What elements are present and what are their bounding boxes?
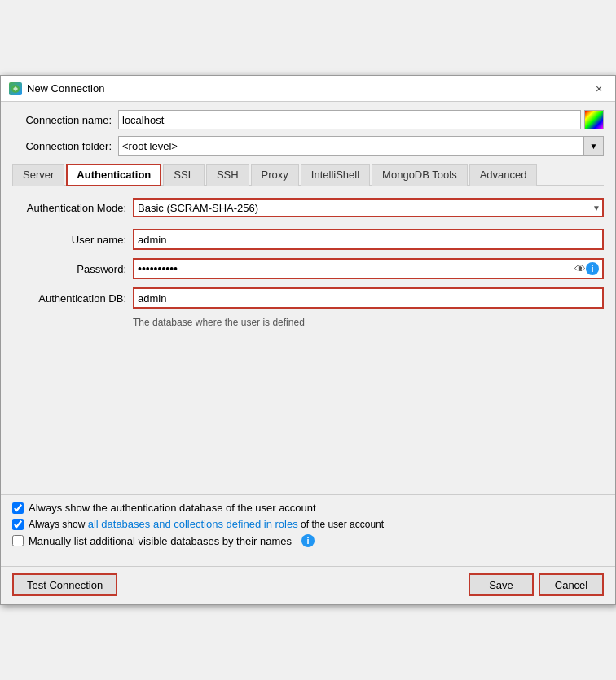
username-label: User name: bbox=[12, 234, 133, 246]
checkbox-label-1: Always show the authentication database … bbox=[29, 502, 316, 514]
tab-advanced[interactable]: Advanced bbox=[469, 164, 538, 186]
connection-folder-label: Connection folder: bbox=[12, 140, 118, 152]
authdb-input-wrapper bbox=[133, 287, 604, 309]
tab-server[interactable]: Server bbox=[12, 164, 64, 186]
title-bar: New Connection × bbox=[1, 76, 615, 102]
auth-mode-select[interactable]: Basic (SCRAM-SHA-256) bbox=[133, 198, 604, 217]
checkbox-row-2: Always show all databases and collection… bbox=[12, 518, 604, 530]
authentication-panel: Authentication Mode: Basic (SCRAM-SHA-25… bbox=[12, 195, 604, 486]
test-connection-button[interactable]: Test Connection bbox=[12, 573, 117, 596]
checkboxes-section: Always show the authentication database … bbox=[1, 494, 615, 558]
tab-intellishell[interactable]: IntelliShell bbox=[301, 164, 370, 186]
authdb-row: Authentication DB: bbox=[12, 287, 604, 309]
password-input-wrapper: 👁 i bbox=[133, 258, 604, 279]
auth-mode-label: Authentication Mode: bbox=[12, 202, 133, 214]
dialog-body: Connection name: Connection folder: <roo… bbox=[1, 102, 615, 494]
username-row: User name: bbox=[12, 229, 604, 250]
checkbox-label-3: Manually list additional visible databas… bbox=[29, 535, 292, 547]
authdb-label: Authentication DB: bbox=[12, 292, 133, 305]
new-connection-dialog: New Connection × Connection name: Connec… bbox=[0, 75, 616, 605]
spacer bbox=[12, 336, 604, 483]
password-info-icon[interactable]: i bbox=[586, 262, 599, 275]
checkbox-row-3: Manually list additional visible databas… bbox=[12, 534, 604, 547]
password-input[interactable] bbox=[134, 261, 574, 277]
connection-folder-row: Connection folder: <root level> ▼ bbox=[12, 136, 604, 156]
authdb-input[interactable] bbox=[133, 287, 604, 309]
cancel-button[interactable]: Cancel bbox=[539, 573, 604, 596]
password-label: Password: bbox=[12, 263, 133, 275]
title-bar-left: New Connection bbox=[9, 82, 104, 95]
show-password-icon[interactable]: 👁 bbox=[574, 262, 586, 275]
tab-ssl[interactable]: SSL bbox=[163, 164, 205, 186]
password-row: Password: 👁 i bbox=[12, 258, 604, 279]
connection-folder-select[interactable]: <root level> bbox=[118, 136, 584, 156]
connection-name-label: Connection name: bbox=[12, 114, 118, 126]
tab-proxy[interactable]: Proxy bbox=[251, 164, 299, 186]
auth-mode-row: Authentication Mode: Basic (SCRAM-SHA-25… bbox=[12, 198, 604, 217]
folder-dropdown-arrow[interactable]: ▼ bbox=[584, 136, 604, 156]
dialog-title: New Connection bbox=[27, 82, 104, 94]
checkbox-show-auth-db[interactable] bbox=[12, 502, 24, 514]
username-input[interactable] bbox=[133, 229, 604, 250]
close-button[interactable]: × bbox=[591, 81, 607, 97]
checkbox-show-all-databases[interactable] bbox=[12, 519, 24, 530]
manual-list-info-icon[interactable]: i bbox=[301, 534, 315, 547]
checkbox-manually-list[interactable] bbox=[12, 535, 24, 546]
tab-mongodbtools[interactable]: MongoDB Tools bbox=[372, 164, 468, 186]
auth-mode-select-wrapper: Basic (SCRAM-SHA-256) ▼ bbox=[133, 198, 604, 217]
tabs-bar: Server Authentication SSL SSH Proxy Inte… bbox=[12, 162, 604, 186]
checkbox-row-1: Always show the authentication database … bbox=[12, 502, 604, 514]
footer-right: Save Cancel bbox=[469, 573, 604, 596]
connection-name-row: Connection name: bbox=[12, 110, 604, 129]
authdb-hint: The database where the user is defined bbox=[133, 317, 604, 328]
app-icon bbox=[9, 82, 22, 95]
color-swatch[interactable] bbox=[584, 110, 604, 129]
tab-authentication[interactable]: Authentication bbox=[66, 164, 161, 186]
dialog-footer: Test Connection Save Cancel bbox=[1, 566, 615, 604]
checkbox-label-2: Always show all databases and collection… bbox=[29, 518, 384, 530]
connection-name-input[interactable] bbox=[118, 110, 581, 129]
save-button[interactable]: Save bbox=[469, 573, 534, 596]
tab-ssh[interactable]: SSH bbox=[206, 164, 249, 186]
username-input-wrapper bbox=[133, 229, 604, 250]
